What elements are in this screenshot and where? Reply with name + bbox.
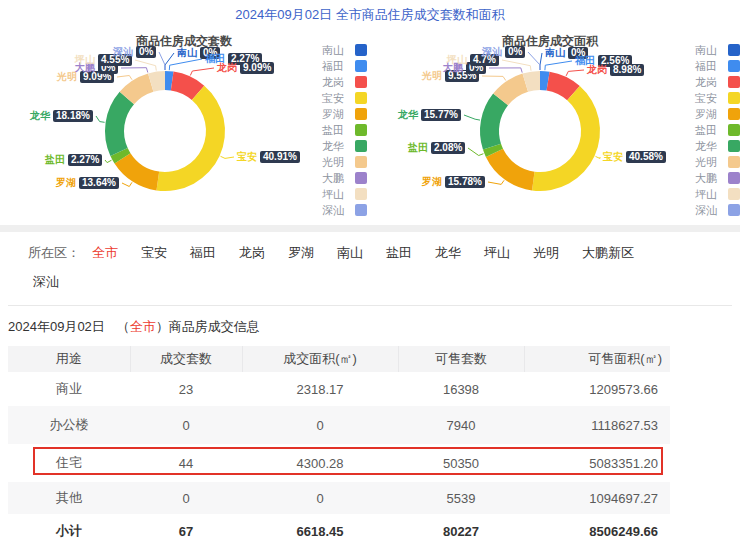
label-leader-line [464,115,480,120]
legend-item-坪山[interactable]: 坪山 [695,188,740,200]
label-leader-line [122,182,132,186]
table-row: 办公楼0079401118627.53 [8,406,670,444]
legend-item-大鹏[interactable]: 大鹏 [322,172,367,184]
legend-label: 罗湖 [322,107,348,122]
filter-item-龙华[interactable]: 龙华 [435,244,461,262]
table-header-cell: 成交套数 [130,346,242,372]
filter-item-全市[interactable]: 全市 [92,244,118,262]
legend-swatch [728,172,740,184]
filter-item-盐田[interactable]: 盐田 [386,244,412,262]
legend-swatch [728,124,740,136]
legend-item-宝安[interactable]: 宝安 [322,92,367,104]
legend-label: 福田 [695,59,721,74]
table-cell: 办公楼 [8,406,130,444]
legend-label: 龙华 [322,139,348,154]
table-cell: 44 [130,444,242,482]
legend-item-盐田[interactable]: 盐田 [322,124,367,136]
filter-item-南山[interactable]: 南山 [337,244,363,262]
legend-item-龙岗[interactable]: 龙岗 [322,76,367,88]
legend-item-宝安[interactable]: 宝安 [695,92,740,104]
table-cell: 4300.28 [242,444,398,482]
legend-item-罗湖[interactable]: 罗湖 [695,108,740,120]
filter-item-罗湖[interactable]: 罗湖 [288,244,314,262]
legend-swatch [355,188,367,200]
label-leader-line [566,70,584,76]
table-cell: 5539 [398,482,524,514]
legend-label: 罗湖 [695,107,721,122]
donut-chart [370,30,740,225]
label-leader-line [545,61,572,70]
label-leader-line [135,60,156,71]
donut-slice-罗湖[interactable] [486,149,535,191]
legend-label: 龙岗 [695,75,721,90]
label-leader-line [190,68,214,76]
legend-item-光明[interactable]: 光明 [695,156,740,168]
label-leader-line [468,148,483,156]
legend-item-龙华[interactable]: 龙华 [322,140,367,152]
legend-label: 大鹏 [322,171,348,186]
table-title-date: 2024年09月02日 [8,319,105,334]
legend-swatch [355,76,367,88]
legend-item-坪山[interactable]: 坪山 [322,188,367,200]
donut-slice-龙华[interactable] [105,92,134,156]
table-cell: 0 [130,406,242,444]
legend-swatch [355,140,367,152]
table-cell: 8506249.66 [524,514,670,548]
table-header-cell: 用途 [8,346,130,372]
table-cell: 1094697.27 [524,482,670,514]
legend-item-光明[interactable]: 光明 [322,156,367,168]
donut-slice-宝安[interactable] [532,86,600,191]
table-row: 其他0055391094697.27 [8,482,670,514]
legend-label: 宝安 [695,91,721,106]
legend-label: 坪山 [322,187,348,202]
legend-label: 光明 [322,155,348,170]
filter-item-宝安[interactable]: 宝安 [141,244,167,262]
legend-label: 大鹏 [695,171,721,186]
legend-item-福田[interactable]: 福田 [322,60,367,72]
legend-swatch [728,60,740,72]
legend-item-深汕[interactable]: 深汕 [322,204,367,216]
filter-row-2: 深汕 [28,273,740,290]
table-cell: 5083351.20 [524,444,670,482]
table-title-rest: 商品房成交信息 [169,319,260,334]
legend-item-南山[interactable]: 南山 [322,44,367,56]
label-leader-line [105,160,112,163]
table-cell: 6618.45 [242,514,398,548]
legend-item-深汕[interactable]: 深汕 [695,204,740,216]
legend-item-罗湖[interactable]: 罗湖 [322,108,367,120]
filter-item-深汕[interactable]: 深汕 [33,273,59,291]
legend-swatch [355,44,367,56]
label-leader-line [221,156,235,158]
charts-row: 商品住房成交套数 南山0%福田2.27%龙岗9.09%宝安40.91%罗湖13.… [0,30,740,225]
legend-item-盐田[interactable]: 盐田 [695,124,740,136]
table-cell: 0 [242,482,398,514]
legend: 南山福田龙岗宝安罗湖盐田龙华光明大鹏坪山深汕 [322,44,367,220]
legend-swatch [728,204,740,216]
filter-item-大鹏新区[interactable]: 大鹏新区 [582,244,634,262]
legend-swatch [728,92,740,104]
legend-item-龙岗[interactable]: 龙岗 [695,76,740,88]
legend-swatch [728,156,740,168]
data-table: 用途成交套数成交面积(㎡)可售套数可售面积(㎡) 商业232318.171639… [8,346,670,548]
filter-item-福田[interactable]: 福田 [190,244,216,262]
legend-label: 深汕 [322,203,348,218]
donut-slice-宝安[interactable] [156,86,225,191]
legend-item-大鹏[interactable]: 大鹏 [695,172,740,184]
legend-swatch [355,172,367,184]
table-cell: 7940 [398,406,524,444]
legend-item-龙华[interactable]: 龙华 [695,140,740,152]
donut-chart [0,30,370,225]
filter-item-龙岗[interactable]: 龙岗 [239,244,265,262]
legend-swatch [728,76,740,88]
paren-open: （ [117,319,130,334]
legend-item-南山[interactable]: 南山 [695,44,740,56]
table-row: 住宅444300.28503505083351.20 [8,444,670,482]
legend-label: 深汕 [695,203,721,218]
filter-label: 所在区： [28,244,80,262]
filter-item-坪山[interactable]: 坪山 [484,244,510,262]
legend-item-福田[interactable]: 福田 [695,60,740,72]
filter-item-光明[interactable]: 光明 [533,244,559,262]
table-cell: 住宅 [8,444,130,482]
legend-swatch [355,92,367,104]
label-leader-line [596,156,601,158]
